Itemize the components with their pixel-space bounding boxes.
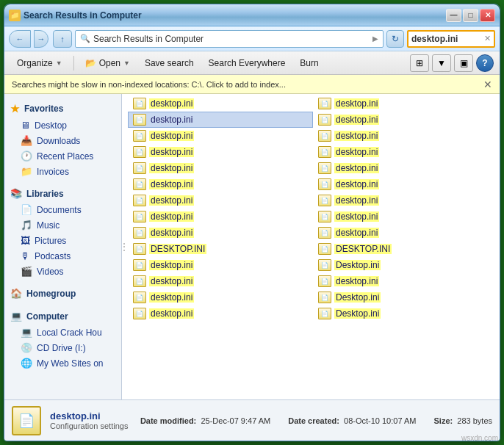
sidebar-item-podcasts[interactable]: 🎙 Podcasts — [4, 248, 121, 264]
file-item[interactable]: 📄desktop.ini — [128, 257, 313, 273]
address-bar: ← → ↑ 🔍 Search Results in Computer ▶ ↻ d… — [4, 26, 500, 51]
sidebar-recent-places-label: Recent Places — [37, 151, 93, 162]
burn-label: Burn — [300, 58, 318, 68]
sidebar-invoices-label: Invoices — [37, 167, 69, 177]
sidebar-item-recent-places[interactable]: 🕐 Recent Places — [4, 148, 121, 164]
file-item-icon: 📄 — [318, 98, 331, 109]
status-meta: Date modified: 25-Dec-07 9:47 AM Date cr… — [140, 416, 492, 425]
computer-icon: 💻 — [10, 311, 22, 322]
sidebar-favorites-header[interactable]: ★ Favorites — [4, 100, 121, 117]
file-item[interactable]: 📄desktop.ini — [313, 160, 498, 176]
file-item[interactable]: 📄desktop.ini — [128, 305, 313, 322]
sidebar-item-desktop[interactable]: 🖥 Desktop — [4, 117, 121, 133]
up-button[interactable]: ↑ — [53, 30, 72, 48]
file-item[interactable]: 📄Desktop.ini — [313, 289, 498, 305]
content-area: ★ Favorites 🖥 Desktop 📥 Downloads 🕐 Rece… — [4, 94, 500, 399]
file-item-name: desktop.ini — [149, 131, 194, 141]
homegroup-label: Homegroup — [26, 289, 76, 299]
file-item[interactable]: 📄Desktop.ini — [313, 305, 498, 322]
sidebar-item-documents[interactable]: 📄 Documents — [4, 202, 121, 217]
file-item[interactable]: 📄desktop.ini — [313, 144, 498, 160]
address-field[interactable]: 🔍 Search Results in Computer ▶ — [75, 30, 384, 48]
file-item-icon: 📄 — [133, 211, 146, 222]
file-list: 📄desktop.ini📄desktop.ini📄desktop.ini📄des… — [126, 94, 500, 399]
refresh-button[interactable]: ↻ — [386, 30, 404, 48]
sidebar-libraries-header[interactable]: 📚 Libraries — [4, 185, 121, 202]
file-item[interactable]: 📄desktop.ini — [128, 273, 313, 289]
status-file-desc: Configuration settings — [50, 422, 132, 430]
help-button[interactable]: ? — [476, 54, 494, 72]
search-field[interactable]: desktop.ini ✕ — [407, 30, 495, 48]
file-item[interactable]: 📄Desktop.ini — [313, 257, 498, 273]
open-arrow-icon: ▼ — [123, 59, 130, 67]
info-bar-close-icon[interactable]: ✕ — [483, 79, 492, 90]
toolbar-separator-1 — [73, 56, 74, 70]
search-clear-icon[interactable]: ✕ — [484, 34, 491, 43]
save-search-button[interactable]: Save search — [138, 54, 201, 73]
file-item-name: desktop.ini — [149, 98, 194, 109]
file-item[interactable]: 📄desktop.ini — [313, 192, 498, 209]
sidebar-item-pictures[interactable]: 🖼 Pictures — [4, 233, 121, 248]
view-arrow-button[interactable]: ▼ — [432, 54, 451, 72]
file-item-name: DESKTOP.INI — [334, 244, 392, 254]
sidebar-cd-drive-label: CD Drive (I:) — [37, 343, 86, 353]
file-item[interactable]: 📄desktop.ini — [313, 176, 498, 192]
search-everywhere-button[interactable]: Search Everywhere — [202, 54, 292, 73]
forward-button[interactable]: → — [34, 30, 48, 48]
sidebar-item-local-crack[interactable]: 💻 Local Crack Hou — [4, 325, 121, 340]
sidebar-podcasts-label: Podcasts — [35, 251, 71, 261]
file-item[interactable]: 📄desktop.ini — [128, 144, 313, 160]
file-item[interactable]: 📄desktop.ini — [313, 209, 498, 225]
file-item[interactable]: 📄desktop.ini — [128, 176, 313, 192]
open-label: Open — [99, 58, 120, 68]
maximize-button[interactable]: □ — [463, 9, 478, 22]
file-item[interactable]: 📄desktop.ini — [128, 95, 313, 112]
sidebar-item-cd-drive[interactable]: 💿 CD Drive (I:) — [4, 340, 121, 355]
file-item[interactable]: 📄desktop.ini — [128, 160, 313, 176]
sidebar-homegroup-header[interactable]: 🏠 Homegroup — [4, 285, 121, 302]
file-item[interactable]: 📄desktop.ini — [313, 273, 498, 289]
organize-button[interactable]: Organize ▼ — [10, 54, 69, 73]
file-item[interactable]: 📄DESKTOP.INI — [128, 241, 313, 257]
file-item-name: desktop.ini — [334, 211, 379, 222]
toolbar: Organize ▼ 📂 Open ▼ Save search Search E… — [4, 51, 500, 75]
file-item[interactable]: 📄desktop.ini — [313, 225, 498, 241]
status-info: desktop.ini Configuration settings — [50, 410, 132, 430]
sidebar-item-videos[interactable]: 🎬 Videos — [4, 264, 121, 279]
file-item[interactable]: 📄desktop.ini — [313, 112, 498, 128]
file-item-name: desktop.ini — [334, 115, 379, 125]
sidebar-item-music[interactable]: 🎵 Music — [4, 217, 121, 233]
file-item[interactable]: 📄desktop.ini — [128, 289, 313, 305]
file-item[interactable]: 📄desktop.ini — [313, 95, 498, 112]
file-item-name: desktop.ini — [149, 211, 194, 222]
desktop-icon: 🖥 — [21, 120, 30, 131]
info-bar[interactable]: Searches might be slow in non-indexed lo… — [4, 75, 500, 94]
file-item-name: Desktop.ini — [334, 292, 381, 303]
open-button[interactable]: 📂 Open ▼ — [79, 54, 137, 73]
sidebar-divider-3 — [4, 302, 121, 308]
sidebar-item-downloads[interactable]: 📥 Downloads — [4, 133, 121, 148]
file-item[interactable]: 📄desktop.ini — [128, 128, 313, 144]
view-icons-button[interactable]: ⊞ — [410, 54, 429, 72]
file-item[interactable]: 📄DESKTOP.INI — [313, 241, 498, 257]
address-chevron-icon: ▶ — [372, 35, 378, 43]
view-pane-button[interactable]: ▣ — [454, 54, 473, 72]
file-item[interactable]: 📄desktop.ini — [128, 209, 313, 225]
sidebar-item-web-sites[interactable]: 🌐 My Web Sites on — [4, 355, 121, 371]
file-item-name: desktop.ini — [149, 195, 194, 206]
sidebar-computer-header[interactable]: 💻 Computer — [4, 308, 121, 325]
file-item-name: desktop.ini — [334, 147, 379, 157]
sidebar-item-invoices[interactable]: 📁 Invoices — [4, 164, 121, 179]
file-item[interactable]: 📄desktop.ini — [128, 112, 313, 128]
file-item-icon: 📄 — [133, 130, 146, 142]
minimize-button[interactable]: — — [446, 9, 461, 22]
close-button[interactable]: ✕ — [480, 9, 495, 22]
size-label: Size: — [433, 416, 453, 425]
file-item[interactable]: 📄desktop.ini — [313, 128, 498, 144]
window-icon: 📁 — [9, 10, 21, 21]
burn-button[interactable]: Burn — [293, 54, 325, 73]
back-button[interactable]: ← — [9, 30, 31, 48]
file-item[interactable]: 📄desktop.ini — [128, 192, 313, 209]
file-item[interactable]: 📄desktop.ini — [128, 225, 313, 241]
file-item-icon: 📄 — [318, 243, 331, 255]
